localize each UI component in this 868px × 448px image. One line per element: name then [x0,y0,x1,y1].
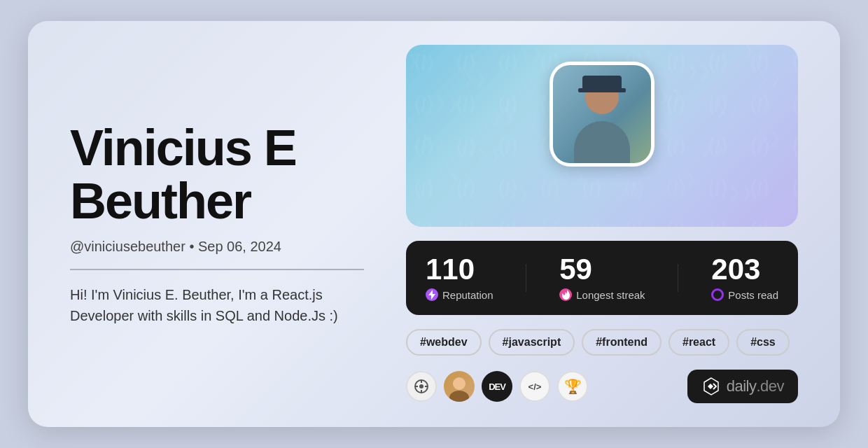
svg-text:❯❯: ❯❯ [504,185,529,203]
svg-point-36 [449,391,469,402]
svg-text:❯❯: ❯❯ [700,139,725,158]
badge-dev-logo[interactable]: DEV [482,371,512,402]
logo-brand: daily [727,377,757,395]
user-handle: @viniciusebeuther [70,239,186,254]
streak-label: Longest streak [559,288,645,301]
user-meta: @viniciusebeuther • Sep 06, 2024 [70,239,364,255]
badge-file-code[interactable]: </> [519,371,550,402]
streak-value: 59 [559,255,645,284]
badges-row: DEV </> 🏆 daily.dev [406,370,798,403]
hat [582,76,622,90]
stat-reputation: 110 Reputation [426,255,493,301]
logo-suffix: .dev [756,377,784,395]
right-section: ⟨/⟩ ❯❯ ❯❯ ❯❯ ❯❯ ❯❯ ❯❯ ❯❯ ❯❯ ❯❯ [406,45,798,403]
svg-text:❯❯: ❯❯ [714,101,739,119]
user-bio: Hi! I'm Vinicius E. Beuther, I'm a React… [70,284,364,326]
svg-text:❯❯: ❯❯ [462,69,487,88]
reputation-label-text: Reputation [442,289,493,301]
stat-divider-2 [678,264,678,292]
svg-point-35 [453,377,465,390]
svg-text:❯❯: ❯❯ [490,108,515,126]
tags-section: #webdev #javascript #frontend #react #cs… [406,329,798,356]
avatar [553,65,651,163]
svg-text:❯❯: ❯❯ [728,183,753,202]
daily-dev-logo: daily.dev [687,370,798,403]
tag-react[interactable]: #react [668,329,729,356]
posts-label-text: Posts read [728,289,778,301]
stat-divider-1 [526,264,526,292]
badge-trophy[interactable]: 🏆 [557,371,588,402]
left-section: Vinicius E Beuther @viniciusebeuther • S… [70,122,364,326]
profile-card: Vinicius E Beuther @viniciusebeuther • S… [28,21,840,427]
reputation-value: 110 [426,255,493,284]
svg-text:❯❯: ❯❯ [672,171,697,189]
badge-user-avatar[interactable] [444,371,475,402]
svg-text:❯❯: ❯❯ [616,181,641,200]
streak-icon [559,288,572,301]
svg-text:❯❯: ❯❯ [518,45,543,63]
svg-text:❯❯: ❯❯ [420,132,445,150]
meta-separator: • [189,239,198,254]
tag-frontend[interactable]: #frontend [582,329,662,356]
tag-css[interactable]: #css [736,329,790,356]
svg-text:❯❯: ❯❯ [686,62,711,80]
reputation-icon [426,288,438,301]
posts-value: 203 [711,255,778,284]
avatar-container [550,62,654,167]
stats-bar: 110 Reputation 59 [406,241,798,315]
badge-crosshair[interactable] [406,371,437,402]
svg-text:❯❯: ❯❯ [756,129,781,147]
svg-text:❯❯: ❯❯ [406,52,431,70]
logo-text: daily.dev [727,377,784,396]
tag-webdev[interactable]: #webdev [406,329,482,356]
svg-point-30 [419,384,424,388]
avatar-ring [550,62,654,167]
svg-text:❯❯: ❯❯ [560,167,585,186]
user-name: Vinicius E Beuther [70,122,364,227]
stat-streak: 59 Longest streak [559,255,645,301]
divider [70,269,364,270]
tag-javascript[interactable]: #javascript [489,329,575,356]
daily-dev-icon [701,377,721,396]
svg-text:❯❯: ❯❯ [756,69,781,88]
streak-label-text: Longest streak [576,289,645,301]
svg-text:❯❯: ❯❯ [742,45,767,59]
profile-header-card: ⟨/⟩ ❯❯ ❯❯ ❯❯ ❯❯ ❯❯ ❯❯ ❯❯ ❯❯ ❯❯ [406,45,798,227]
posts-label: Posts read [711,288,778,301]
posts-icon [711,288,724,301]
svg-text:❯❯: ❯❯ [434,94,459,112]
svg-text:❯❯: ❯❯ [448,171,473,189]
join-date: Sep 06, 2024 [198,239,281,254]
svg-text:❯❯: ❯❯ [476,146,501,164]
reputation-label: Reputation [426,288,493,301]
stat-posts: 203 Posts read [711,255,778,301]
svg-text:❯❯: ❯❯ [658,87,683,105]
